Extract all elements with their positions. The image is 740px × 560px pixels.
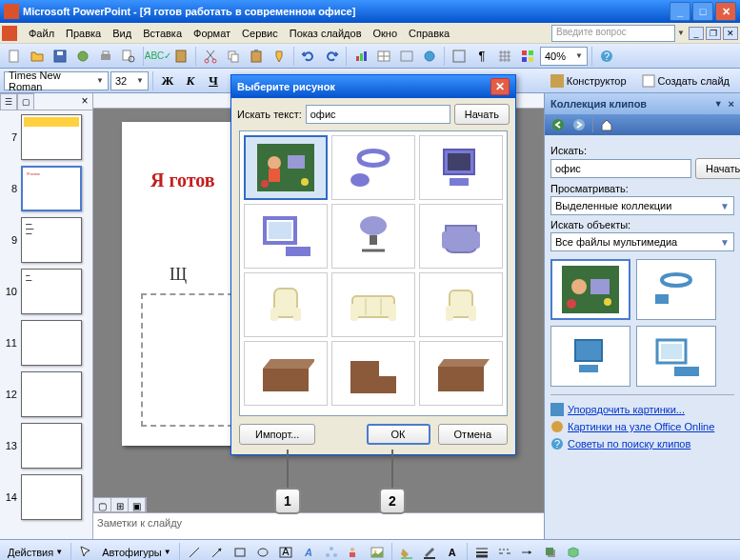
print-icon[interactable] [95,46,116,67]
help-search-box[interactable]: Введите вопрос [551,25,675,42]
normal-view-icon[interactable]: ▢ [94,498,111,513]
tp-link-office-online[interactable]: Картинки на узле Office Online [550,418,734,435]
nav-back-icon[interactable] [549,116,568,133]
tp-link-tips[interactable]: ?Советы по поиску клипов [550,435,734,452]
menu-edit[interactable]: Правка [60,26,107,41]
shadow-icon[interactable] [540,542,561,561]
rectangle-icon[interactable] [230,542,250,561]
doc-restore[interactable]: ❐ [706,27,721,40]
nav-forward-icon[interactable] [570,116,589,133]
dialog-cancel-button[interactable]: Отмена [438,424,508,445]
slide-title-text[interactable]: Я готов [150,170,215,191]
oval-icon[interactable] [252,542,273,561]
dialog-import-button[interactable]: Импорт... [239,424,315,445]
close-button[interactable]: ✕ [715,2,736,21]
menu-window[interactable]: Окно [368,26,404,41]
font-color-icon[interactable]: A [442,542,463,561]
menu-view[interactable]: Вид [107,26,137,41]
tab-slides[interactable]: ▢ [17,93,34,110]
open-icon[interactable] [27,46,48,67]
line-icon[interactable] [184,542,205,561]
thumb-13[interactable]: 13 [4,423,89,469]
menu-tools[interactable]: Сервис [236,26,284,41]
line-color-icon[interactable] [419,542,440,561]
arrow-style-icon[interactable] [517,542,538,561]
tp-clip-2[interactable] [636,259,716,320]
thumbnails-list[interactable]: 7 8Я готов 9━━━━━━━━━━ 10━━━━━ 11 12 13 … [0,110,92,539]
dlg-clip-desk-l[interactable] [331,341,415,406]
thumb-14[interactable]: 14 [4,474,89,520]
italic-button[interactable]: К [180,70,201,91]
thumb-9[interactable]: 9━━━━━━━━━━ [4,217,89,263]
taskpane-menu-arrow[interactable]: ▼ [714,99,723,109]
font-name-combobox[interactable]: Times New Roman▼ [4,71,109,90]
notes-pane[interactable]: Заметки к слайду [93,512,544,539]
dlg-clip-office-chair[interactable] [331,204,415,269]
menu-insert[interactable]: Вставка [137,26,188,41]
redo-icon[interactable] [321,46,342,67]
hyperlink-icon[interactable] [419,46,440,67]
dlg-clip-desk-1[interactable] [244,341,328,406]
tp-search-input[interactable] [550,159,691,178]
dlg-clip-crt-monitor[interactable] [419,135,503,200]
tp-browse-select[interactable]: Выделенные коллекции▼ [550,196,734,215]
autoshapes-menu[interactable]: Автофигуры ▼ [98,545,175,560]
dialog-search-button[interactable]: Начать [454,104,510,125]
menu-format[interactable]: Формат [188,26,236,41]
fill-color-icon[interactable] [396,542,417,561]
maximize-button[interactable]: □ [692,2,713,21]
preview-icon[interactable] [118,46,139,67]
dialog-close-button[interactable]: ✕ [490,78,510,95]
slides-panel-close[interactable]: × [77,93,92,109]
textbox-icon[interactable]: A [275,542,296,561]
tab-outline[interactable]: ☰ [0,93,17,110]
copy-icon[interactable] [223,46,244,67]
thumb-7[interactable]: 7 [4,114,89,160]
arrow-icon[interactable] [207,542,228,561]
tp-clip-1[interactable] [550,259,630,320]
thumb-11[interactable]: 11 [4,320,89,366]
dlg-clip-chair-2[interactable] [419,272,503,337]
dlg-clip-lcd-monitor[interactable] [244,204,328,269]
help-icon[interactable]: ? [596,46,617,67]
dlg-clip-mouse[interactable] [331,135,415,200]
doc-close[interactable]: ✕ [723,27,738,40]
permission-icon[interactable] [72,46,93,67]
sorter-view-icon[interactable]: ⊞ [111,498,129,513]
tp-clip-3[interactable] [550,326,630,387]
chart-icon[interactable] [350,46,371,67]
tp-link-organize[interactable]: Упорядочить картинки... [550,401,734,418]
dialog-ok-button[interactable]: OК [367,424,430,445]
menu-help[interactable]: Справка [403,26,455,41]
tp-clip-4[interactable] [636,326,716,387]
menu-file[interactable]: Файл [23,26,60,41]
thumb-10[interactable]: 10━━━━━ [4,269,89,314]
select-arrow-icon[interactable] [75,542,96,561]
dlg-clip-sofa[interactable] [331,272,415,337]
clipart-icon[interactable] [344,542,365,561]
zoom-combobox[interactable]: 40%▼ [540,47,588,66]
taskpane-close-icon[interactable]: × [729,98,734,110]
3d-icon[interactable] [563,542,584,561]
dialog-search-input[interactable] [306,105,450,124]
dialog-clips-grid[interactable] [239,130,508,416]
new-slide-button[interactable]: Создать слайд [635,70,736,91]
help-dropdown-arrow[interactable]: ▼ [675,29,687,37]
tp-search-button[interactable]: Начать [695,158,740,179]
paste-icon[interactable] [246,46,267,67]
research-icon[interactable] [170,46,191,67]
new-icon[interactable] [4,46,25,67]
undo-icon[interactable] [298,46,319,67]
dlg-clip-desk-2[interactable] [419,341,503,406]
save-icon[interactable] [50,46,70,67]
show-formatting-icon[interactable]: ¶ [471,46,492,67]
slideshow-view-icon[interactable]: ▣ [129,498,146,513]
nav-home-icon[interactable] [597,116,616,133]
font-size-combobox[interactable]: 32▼ [110,71,149,90]
spellcheck-icon[interactable]: ABC✓ [148,46,169,67]
menu-slideshow[interactable]: Показ слайдов [284,26,368,41]
wordart-icon[interactable]: A [298,542,319,561]
dlg-clip-armchair[interactable] [419,204,503,269]
dlg-clip-person-computer[interactable] [244,135,328,200]
slide-content-text[interactable]: Щ [170,265,187,285]
